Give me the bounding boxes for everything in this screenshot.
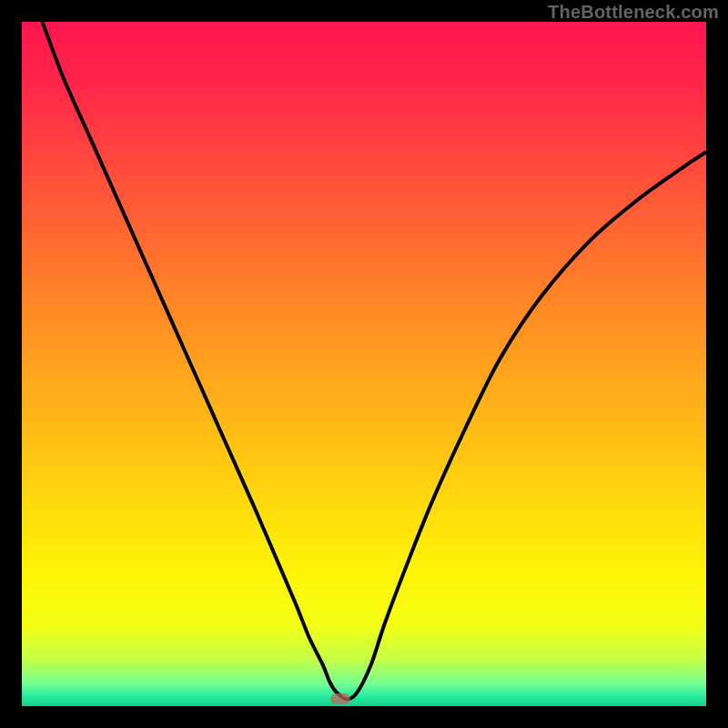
- plot-area: [22, 22, 706, 706]
- chart-frame: TheBottleneck.com: [0, 0, 728, 728]
- bottleneck-curve: [22, 22, 706, 706]
- attribution-label: TheBottleneck.com: [548, 2, 719, 23]
- optimum-marker: [330, 693, 350, 704]
